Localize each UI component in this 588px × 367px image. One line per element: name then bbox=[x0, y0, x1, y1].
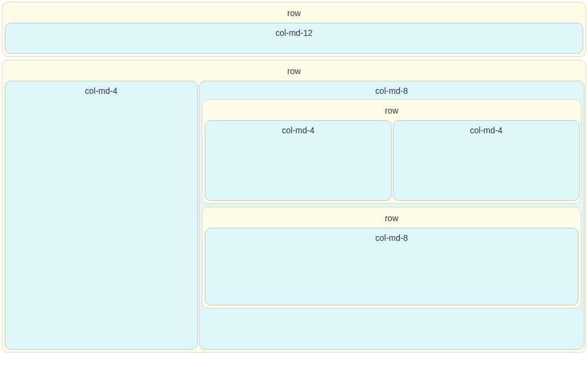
col-md-8: col-md-8 row col-md-4 col-md-4 row bbox=[199, 81, 584, 350]
col-label: col-md-4 bbox=[396, 123, 577, 139]
col-label: col-md-4 bbox=[208, 123, 389, 139]
nested-row-1: row col-md-4 col-md-4 bbox=[202, 99, 581, 204]
nested-col-md-4-b: col-md-4 bbox=[393, 120, 580, 201]
nested-row-2: row col-md-8 bbox=[202, 207, 581, 308]
row-label: row bbox=[5, 5, 583, 23]
row-label: row bbox=[205, 210, 578, 228]
nested-col-md-4-a: col-md-4 bbox=[205, 120, 392, 201]
col-md-4: col-md-4 bbox=[5, 81, 198, 350]
col-label: col-md-4 bbox=[8, 84, 195, 99]
row-label: row bbox=[5, 63, 583, 81]
col-label: col-md-8 bbox=[208, 231, 575, 246]
row-content: col-md-12 bbox=[5, 23, 583, 54]
col-md-12: col-md-12 bbox=[5, 23, 583, 54]
nested-col-md-8: col-md-8 bbox=[205, 228, 578, 305]
row-content: col-md-8 bbox=[205, 228, 578, 305]
row-label: row bbox=[205, 102, 578, 120]
row-1: row col-md-12 bbox=[2, 2, 586, 57]
row-content: col-md-4 col-md-4 bbox=[205, 120, 578, 201]
row-2: row col-md-4 col-md-8 row col-md-4 col-m… bbox=[2, 60, 586, 353]
col-label: col-md-12 bbox=[8, 26, 580, 41]
col-label: col-md-8 bbox=[202, 84, 581, 99]
row-content: col-md-4 col-md-8 row col-md-4 col-md-4 bbox=[5, 81, 583, 350]
